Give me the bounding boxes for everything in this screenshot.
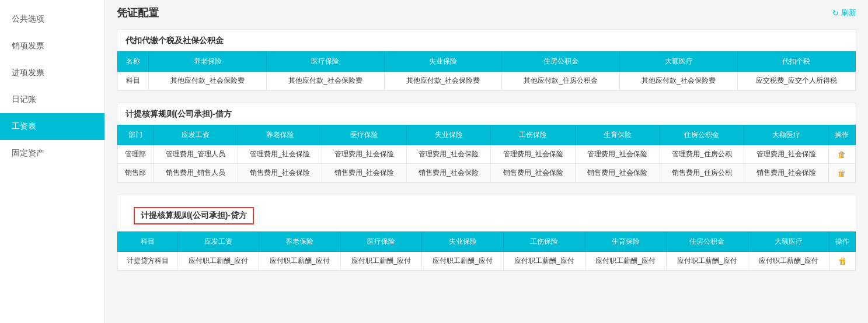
cell-tax[interactable]: 应交税费_应交个人所得税	[737, 72, 855, 90]
sidebar-item-public[interactable]: 公共选项	[0, 6, 104, 33]
col-large-medical2: 大额医疗	[744, 125, 829, 145]
delete-btn-sales[interactable]: 🗑	[828, 164, 855, 182]
table-row: 管理部 管理费用_管理人员 管理费用_社会保险 管理费用_社会保险 管理费用_社…	[118, 145, 856, 164]
sidebar-item-purchase-invoice[interactable]: 进项发票	[0, 59, 104, 86]
col-medical3: 医疗保险	[340, 232, 422, 252]
cell-pension-sales[interactable]: 销售费用_社会保险	[238, 164, 322, 182]
col-injury: 工伤保险	[491, 125, 576, 145]
dept-sales: 销售部	[118, 164, 154, 182]
trash-icon: 🗑	[838, 150, 846, 159]
trash-icon: 🗑	[838, 168, 846, 178]
cell-medical[interactable]: 其他应付款_社会保险费	[267, 72, 385, 90]
col-subject: 科目	[118, 232, 178, 252]
col-maternity: 生育保险	[576, 125, 660, 145]
cell-medical-sales[interactable]: 销售费用_社会保险	[322, 164, 407, 182]
sidebar-item-sales-invoice[interactable]: 销项发票	[0, 33, 104, 59]
col-name: 名称	[118, 52, 149, 72]
cell-largemedical-credit[interactable]: 应付职工薪酬_应付	[748, 252, 829, 271]
cell-maternity-sales[interactable]: 销售费用_社会保险	[576, 164, 660, 182]
section2-table: 部门 应发工资 养老保险 医疗保险 失业保险 工伤保险 生育保险 住房公积金 大…	[117, 125, 856, 182]
sidebar-item-journal[interactable]: 日记账	[0, 86, 104, 113]
col-action3: 操作	[829, 232, 856, 252]
delete-btn-mgmt[interactable]: 🗑	[828, 145, 855, 164]
section-withholding-tax: 代扣代缴个税及社保公积金 名称 养老保险 医疗保险 失业保险 住房公积金 大额医…	[117, 29, 856, 91]
cell-housing-mgmt[interactable]: 管理费用_住房公积	[660, 145, 744, 164]
col-medical: 医疗保险	[267, 52, 385, 72]
table-row: 科目 其他应付款_社会保险费 其他应付款_社会保险费 其他应付款_社会保险费 其…	[118, 72, 856, 90]
trash-icon: 🗑	[838, 257, 846, 266]
page-title: 凭证配置	[117, 6, 159, 20]
cell-largemedical-sales[interactable]: 销售费用_社会保险	[744, 164, 829, 182]
section3-title: 计提核算规则(公司承担)-贷方	[134, 207, 254, 224]
cell-salary-mgmt[interactable]: 管理费用_管理人员	[154, 145, 238, 164]
col-housing3: 住房公积金	[667, 232, 748, 252]
cell-pension-mgmt[interactable]: 管理费用_社会保险	[238, 145, 322, 164]
col-pension: 养老保险	[149, 52, 267, 72]
col-unemployment: 失业保险	[384, 52, 502, 72]
cell-injury-sales[interactable]: 销售费用_社会保险	[491, 164, 576, 182]
table-row: 计提贷方科目 应付职工薪酬_应付 应付职工薪酬_应付 应付职工薪酬_应付 应付职…	[118, 252, 856, 271]
col-unemployment2: 失业保险	[406, 125, 491, 145]
cell-unemployment[interactable]: 其他应付款_社会保险费	[384, 72, 502, 90]
cell-largemedical-mgmt[interactable]: 管理费用_社会保险	[744, 145, 829, 164]
cell-injury-credit[interactable]: 应付职工薪酬_应付	[503, 252, 585, 271]
section-credit-rules: 计提核算规则(公司承担)-贷方 科目 应发工资 养老保险 医疗保险 失业保险 工…	[117, 195, 856, 271]
page-header: 凭证配置 ↻ 刷新	[117, 6, 856, 20]
cell-maternity-credit[interactable]: 应付职工薪酬_应付	[585, 252, 667, 271]
col-salary3: 应发工资	[177, 232, 259, 252]
cell-large-medical[interactable]: 其他应付款_社会保险费	[620, 72, 738, 90]
col-large-medical3: 大额医疗	[748, 232, 829, 252]
cell-medical-mgmt[interactable]: 管理费用_社会保险	[322, 145, 407, 164]
col-tax: 代扣个税	[737, 52, 855, 72]
col-maternity3: 生育保险	[585, 232, 667, 252]
col-housing2: 住房公积金	[660, 125, 744, 145]
refresh-label: 刷新	[841, 8, 856, 18]
dept-mgmt: 管理部	[118, 145, 154, 164]
refresh-icon: ↻	[832, 9, 839, 17]
col-pension2: 养老保险	[238, 125, 322, 145]
delete-btn-credit[interactable]: 🗑	[829, 252, 856, 271]
section3-table: 科目 应发工资 养老保险 医疗保险 失业保险 工伤保险 生育保险 住房公积金 大…	[117, 231, 856, 271]
col-unemployment3: 失业保险	[422, 232, 504, 252]
cell-salary-credit[interactable]: 应付职工薪酬_应付	[177, 252, 259, 271]
sidebar-item-fixed-assets[interactable]: 固定资产	[0, 140, 104, 167]
cell-salary-sales[interactable]: 销售费用_销售人员	[154, 164, 238, 182]
cell-pension[interactable]: 其他应付款_社会保险费	[149, 72, 267, 90]
credit-subject[interactable]: 计提贷方科目	[118, 252, 178, 271]
refresh-button[interactable]: ↻ 刷新	[832, 8, 856, 18]
cell-unemployment-credit[interactable]: 应付职工薪酬_应付	[422, 252, 504, 271]
col-action: 操作	[828, 125, 855, 145]
col-dept: 部门	[118, 125, 154, 145]
cell-housing[interactable]: 其他应付款_住房公积金	[502, 72, 620, 90]
section2-title: 计提核算规则(公司承担)-借方	[117, 103, 856, 125]
cell-maternity-mgmt[interactable]: 管理费用_社会保险	[576, 145, 660, 164]
col-large-medical: 大额医疗	[620, 52, 738, 72]
cell-unemployment-mgmt[interactable]: 管理费用_社会保险	[406, 145, 491, 164]
col-medical2: 医疗保险	[322, 125, 407, 145]
section1-table: 名称 养老保险 医疗保险 失业保险 住房公积金 大额医疗 代扣个税 科目 其他应…	[117, 51, 856, 90]
col-injury3: 工伤保险	[503, 232, 585, 252]
cell-injury-mgmt[interactable]: 管理费用_社会保险	[491, 145, 576, 164]
cell-housing-sales[interactable]: 销售费用_住房公积	[660, 164, 744, 182]
col-housing: 住房公积金	[502, 52, 620, 72]
table-row: 销售部 销售费用_销售人员 销售费用_社会保险 销售费用_社会保险 销售费用_社…	[118, 164, 856, 182]
main-content: 凭证配置 ↻ 刷新 代扣代缴个税及社保公积金 名称 养老保险 医疗保险 失业保险…	[105, 0, 868, 323]
row-name: 科目	[118, 72, 149, 90]
cell-pension-credit[interactable]: 应付职工薪酬_应付	[259, 252, 341, 271]
cell-housing-credit[interactable]: 应付职工薪酬_应付	[667, 252, 748, 271]
sidebar-item-payroll[interactable]: 工资表	[0, 113, 104, 140]
sidebar: 公共选项 销项发票 进项发票 日记账 工资表 固定资产	[0, 0, 105, 323]
col-salary: 应发工资	[154, 125, 238, 145]
section-debit-rules: 计提核算规则(公司承担)-借方 部门 应发工资 养老保险 医疗保险 失业保险 工…	[117, 103, 856, 183]
cell-medical-credit[interactable]: 应付职工薪酬_应付	[340, 252, 422, 271]
section1-title: 代扣代缴个税及社保公积金	[117, 30, 856, 51]
col-pension3: 养老保险	[259, 232, 341, 252]
cell-unemployment-sales[interactable]: 销售费用_社会保险	[406, 164, 491, 182]
